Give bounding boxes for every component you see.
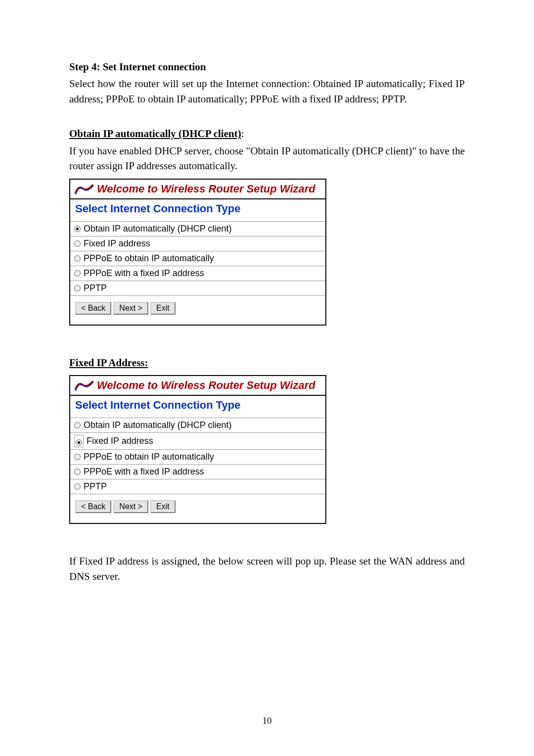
wizard-title: Welcome to Wireless Router Setup Wizard [97,183,315,195]
obtain-heading: Obtain IP automatically (DHCP client): [69,126,465,141]
option-pppoe-fixed[interactable]: PPPoE with a fixed IP address [70,465,325,479]
option-pppoe-fixed[interactable]: PPPoE with a fixed IP address [70,266,325,281]
radio-icon[interactable] [76,439,82,446]
radio-icon[interactable] [74,483,81,490]
radio-icon[interactable] [74,285,81,291]
exit-button[interactable]: Exit [150,302,176,315]
wizard-logo-icon [74,379,94,392]
back-button[interactable]: < Back [75,500,111,513]
option-obtain-ip[interactable]: Obtain IP automatically (DHCP client) [70,222,325,236]
wizard-header: Welcome to Wireless Router Setup Wizard [70,376,325,396]
option-label: Fixed IP address [87,436,153,446]
back-button[interactable]: < Back [75,302,111,315]
fixed-heading: Fixed IP Address: [69,355,465,370]
option-label: PPTP [84,283,107,293]
radio-icon[interactable] [74,270,81,277]
option-pppoe-auto[interactable]: PPPoE to obtain IP automatically [70,251,325,266]
next-button[interactable]: Next > [113,302,148,315]
wizard-dialog-obtain: Welcome to Wireless Router Setup Wizard … [69,179,326,326]
radio-icon[interactable] [74,255,81,262]
obtain-desc: If you have enabled DHCP server, choose … [69,143,465,174]
wizard-title: Welcome to Wireless Router Setup Wizard [97,379,315,392]
option-label: Obtain IP automatically (DHCP client) [84,420,231,430]
option-pppoe-auto[interactable]: PPPoE to obtain IP automatically [70,450,325,465]
button-bar: < Back Next > Exit [70,296,325,325]
radio-icon[interactable] [74,240,81,247]
button-bar: < Back Next > Exit [70,494,325,523]
page-number: 10 [0,715,534,726]
option-label: PPPoE with a fixed IP address [84,467,204,477]
wizard-logo-icon [74,183,94,195]
wizard-dialog-fixed: Welcome to Wireless Router Setup Wizard … [69,375,326,524]
option-obtain-ip[interactable]: Obtain IP automatically (DHCP client) [70,418,325,433]
wizard-subtitle: Select Internet Connection Type [70,396,325,418]
option-pptp[interactable]: PPTP [70,479,325,494]
option-fixed-ip[interactable]: Fixed IP address [70,236,325,251]
option-label: PPPoE to obtain IP automatically [84,452,214,462]
option-pptp[interactable]: PPTP [70,281,325,296]
options-group: Obtain IP automatically (DHCP client) Fi… [70,418,325,494]
radio-icon[interactable] [74,226,81,232]
options-group: Obtain IP automatically (DHCP client) Fi… [70,221,325,296]
wizard-subtitle: Select Internet Connection Type [70,199,325,221]
radio-icon[interactable] [74,422,81,428]
option-label: Fixed IP address [84,238,150,249]
next-button[interactable]: Next > [113,500,148,513]
radio-icon[interactable] [74,469,81,475]
exit-button[interactable]: Exit [150,500,176,513]
option-label: Obtain IP automatically (DHCP client) [84,224,231,234]
step4-desc: Select how the router will set up the In… [69,76,465,106]
option-label: PPTP [84,481,107,492]
radio-icon[interactable] [74,454,81,460]
option-fixed-ip[interactable]: Fixed IP address [70,433,325,450]
wizard-header: Welcome to Wireless Router Setup Wizard [70,180,325,199]
option-label: PPPoE to obtain IP automatically [84,253,214,264]
step4-title: Step 4: Set Internet connection [69,59,465,74]
fixed-desc: If Fixed IP address is assigned, the bel… [69,554,465,584]
option-label: PPPoE with a fixed IP address [84,268,204,279]
